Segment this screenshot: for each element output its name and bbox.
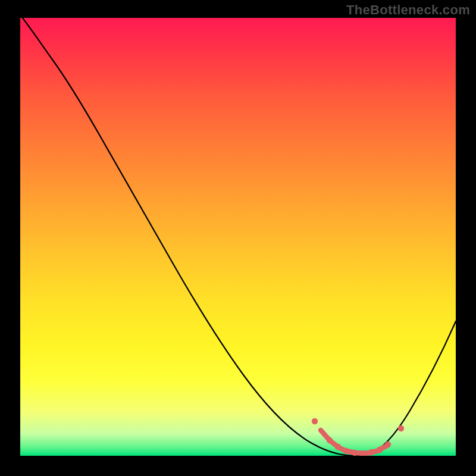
chart-frame: TheBottleneck.com xyxy=(0,0,476,476)
plot-area xyxy=(20,18,456,456)
svg-point-0 xyxy=(312,418,318,424)
svg-point-16 xyxy=(385,441,391,447)
curve-svg xyxy=(20,18,456,456)
watermark-text: TheBottleneck.com xyxy=(346,2,470,18)
bottleneck-curve xyxy=(20,18,456,456)
svg-point-17 xyxy=(398,425,404,431)
